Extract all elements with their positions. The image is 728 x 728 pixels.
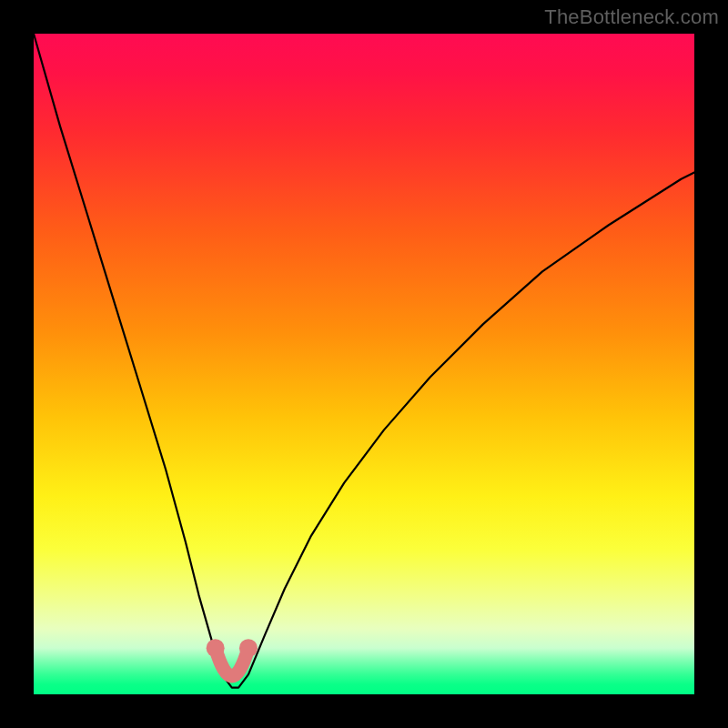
marker-bottom-arc: [216, 648, 248, 676]
watermark-text: TheBottleneck.com: [544, 5, 719, 29]
curve-layer: [34, 34, 694, 694]
bottleneck-curve: [34, 34, 694, 688]
chart-frame: TheBottleneck.com: [0, 0, 728, 728]
plot-area: [34, 34, 694, 694]
